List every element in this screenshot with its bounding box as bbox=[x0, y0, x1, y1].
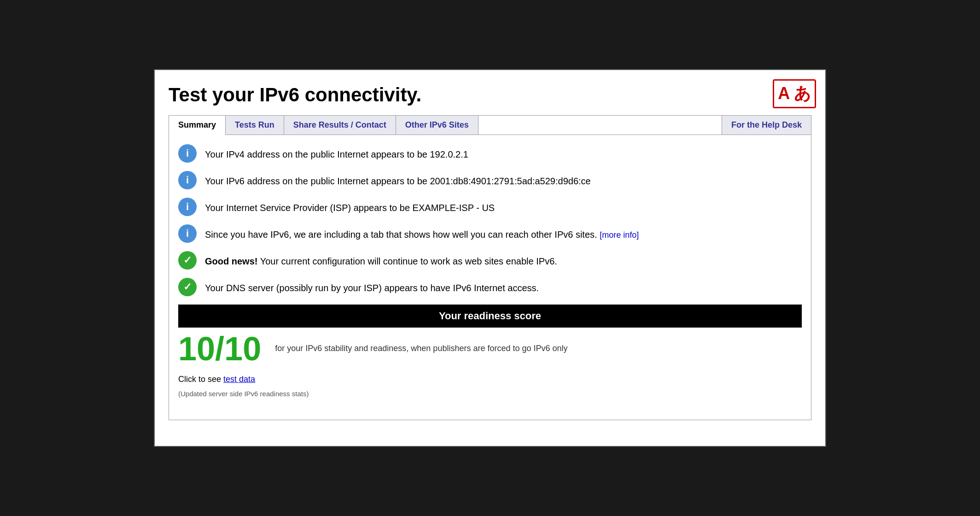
info-row-ipv6: i Your IPv6 address on the public Intern… bbox=[178, 171, 802, 189]
tab-share-results[interactable]: Share Results / Contact bbox=[284, 116, 396, 135]
tab-tests-run[interactable]: Tests Run bbox=[226, 116, 284, 135]
tabs-container: Summary Tests Run Share Results / Contac… bbox=[169, 115, 811, 135]
tab-summary[interactable]: Summary bbox=[169, 116, 226, 135]
content-area: i Your IPv4 address on the public Intern… bbox=[169, 135, 811, 420]
more-info-link[interactable]: [more info] bbox=[600, 230, 639, 240]
translate-icon[interactable]: A あ bbox=[773, 79, 816, 108]
check-icon-1: ✓ bbox=[178, 251, 197, 270]
info-text-isp: Your Internet Service Provider (ISP) app… bbox=[205, 198, 495, 214]
readiness-bar: Your readiness score bbox=[178, 305, 802, 328]
info-text-ipv6: Your IPv6 address on the public Internet… bbox=[205, 171, 591, 188]
info-text-ipv4: Your IPv4 address on the public Internet… bbox=[205, 144, 468, 161]
info-row-ipv6-tab: i Since you have IPv6, we are including … bbox=[178, 224, 802, 243]
click-to-see: Click to see test data bbox=[178, 375, 802, 384]
test-data-link[interactable]: test data bbox=[223, 375, 255, 384]
updated-stats: (Updated server side IPv6 readiness stat… bbox=[178, 390, 802, 398]
check-icon-2: ✓ bbox=[178, 278, 197, 296]
score-section: 10/10 for your IPv6 stability and readin… bbox=[178, 332, 802, 365]
info-text-dns: Your DNS server (possibly run by your IS… bbox=[205, 278, 539, 294]
check-row-dns: ✓ Your DNS server (possibly run by your … bbox=[178, 278, 802, 296]
info-row-isp: i Your Internet Service Provider (ISP) a… bbox=[178, 198, 802, 216]
tab-spacer bbox=[478, 116, 722, 135]
score-description: for your IPv6 stability and readiness, w… bbox=[275, 332, 567, 353]
info-icon-1: i bbox=[178, 144, 197, 163]
info-icon-3: i bbox=[178, 198, 197, 216]
info-icon-2: i bbox=[178, 171, 197, 189]
readiness-score: 10/10 bbox=[178, 332, 261, 365]
tab-other-ipv6[interactable]: Other IPv6 Sites bbox=[396, 116, 478, 135]
main-window: A あ Test your IPv6 connectivity. Summary… bbox=[154, 69, 826, 447]
tab-help-desk[interactable]: For the Help Desk bbox=[722, 116, 811, 135]
info-row-ipv4: i Your IPv4 address on the public Intern… bbox=[178, 144, 802, 163]
info-text-good-news: Good news! Your current configuration wi… bbox=[205, 251, 557, 268]
info-text-ipv6-tab: Since you have IPv6, we are including a … bbox=[205, 224, 639, 241]
info-icon-4: i bbox=[178, 224, 197, 243]
page-title: Test your IPv6 connectivity. bbox=[169, 84, 811, 106]
check-row-good-news: ✓ Good news! Your current configuration … bbox=[178, 251, 802, 270]
